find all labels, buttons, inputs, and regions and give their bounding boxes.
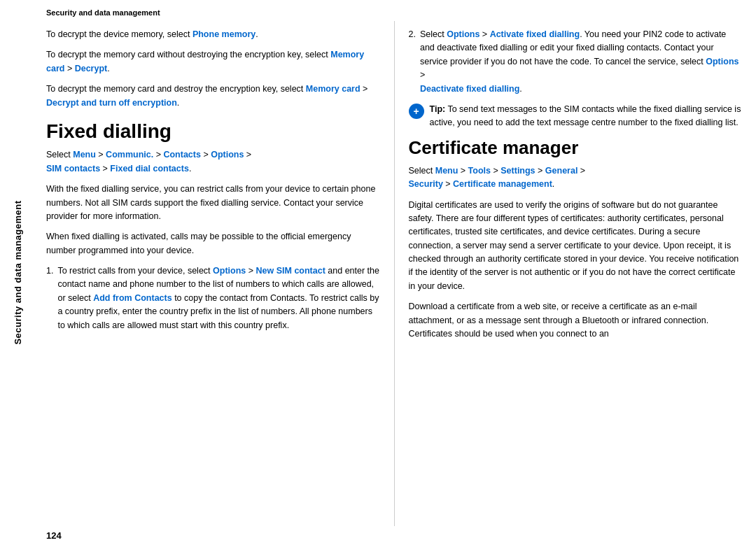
columns-wrapper: To decrypt the device memory, select Pho…	[35, 21, 756, 526]
nav-sim[interactable]: SIM contacts	[46, 164, 100, 174]
cert-nav-settings[interactable]: Settings	[500, 166, 535, 176]
list-item2-options2[interactable]: Options	[706, 57, 738, 66]
fixed-desc2: When fixed dialling is activated, calls …	[46, 230, 380, 257]
tip-icon: +	[409, 104, 424, 119]
list-item-1-text: To restrict calls from your device, sele…	[57, 264, 379, 332]
fixed-dialling-nav: Select Menu > Communic. > Contacts > Opt…	[46, 148, 380, 176]
sidebar-label: Security and data management	[13, 200, 23, 344]
list-item1-new-sim[interactable]: New SIM contact	[256, 266, 326, 276]
left-para2-start: To decrypt the memory card without destr…	[46, 50, 330, 59]
nav-fixed[interactable]: Fixed dial contacts	[110, 164, 189, 174]
right-dialling-list: 2. Select Options > Activate fixed diall…	[409, 28, 743, 96]
nav-gt4: >	[244, 150, 251, 160]
left-para3-link1[interactable]: Memory card	[306, 84, 360, 94]
nav-gt1: >	[96, 150, 106, 160]
list-item-1: 1. To restrict calls from your device, s…	[46, 264, 380, 332]
tip-text: Tip: To send text messages to the SIM co…	[430, 103, 743, 130]
list-item2-activate[interactable]: Activate fixed dialling	[490, 29, 580, 39]
nav-gt5: >	[100, 164, 110, 174]
header-title: Security and data management	[46, 8, 160, 17]
list-item2-deactivate[interactable]: Deactivate fixed dialling	[420, 84, 519, 94]
tip-label: Tip:	[430, 104, 446, 114]
left-para2-arrow: >	[64, 64, 74, 73]
cert-manager-nav: Select Menu > Tools > Settings > General…	[409, 164, 743, 192]
right-column: 2. Select Options > Activate fixed diall…	[395, 21, 757, 526]
nav-start: Select	[46, 150, 73, 160]
page-container: Security and data management Security an…	[0, 0, 756, 545]
cert-nav-certmgmt[interactable]: Certificate management	[453, 179, 552, 189]
nav-gt3: >	[201, 150, 211, 160]
tip-content: To send text messages to the SIM contact…	[430, 104, 741, 127]
cert-nav-menu[interactable]: Menu	[435, 166, 458, 176]
left-para3-start: To decrypt the memory card and destroy t…	[46, 84, 306, 94]
list-num-2: 2.	[409, 28, 416, 96]
page-footer: 124	[35, 526, 756, 545]
nav-menu[interactable]: Menu	[73, 150, 96, 160]
list-item2-options[interactable]: Options	[447, 29, 479, 39]
list-num-1: 1.	[46, 264, 53, 332]
left-para2-end: .	[107, 64, 109, 73]
list-item-2: 2. Select Options > Activate fixed diall…	[409, 28, 743, 96]
tip-box: + Tip: To send text messages to the SIM …	[409, 103, 743, 130]
cert-desc2: Download a certificate from a web site, …	[409, 300, 743, 341]
nav-communic[interactable]: Communic.	[106, 150, 153, 160]
left-para2-link2[interactable]: Decrypt	[75, 64, 108, 73]
main-content: Security and data management To decrypt …	[35, 0, 756, 545]
left-para3-arrow: >	[360, 84, 368, 94]
sidebar: Security and data management	[0, 0, 35, 545]
page-header: Security and data management	[35, 0, 756, 21]
left-para2: To decrypt the memory card without destr…	[46, 48, 380, 76]
left-para3-end: .	[177, 98, 179, 108]
nav-contacts[interactable]: Contacts	[163, 150, 200, 160]
left-para1-link[interactable]: Phone memory	[192, 29, 255, 39]
cert-desc1: Digital certificates are used to verify …	[409, 199, 743, 294]
nav-gt2: >	[153, 150, 163, 160]
list-item1-add-contacts[interactable]: Add from Contacts	[93, 293, 172, 303]
left-para3-link2[interactable]: Decrypt and turn off encryption	[46, 98, 177, 108]
left-para1: To decrypt the device memory, select Pho…	[46, 28, 380, 41]
cert-nav-tools[interactable]: Tools	[468, 166, 491, 176]
left-column: To decrypt the device memory, select Pho…	[35, 21, 395, 526]
page-number: 124	[46, 530, 62, 541]
nav-options[interactable]: Options	[211, 150, 244, 160]
fixed-dialling-heading: Fixed dialling	[46, 120, 380, 143]
cert-manager-heading: Certificate manager	[409, 137, 743, 159]
cert-nav-security[interactable]: Security	[409, 179, 443, 189]
fixed-desc1: With the fixed dialling service, you can…	[46, 183, 380, 223]
left-para1-text: To decrypt the device memory, select	[46, 29, 192, 39]
left-para1-end: .	[255, 29, 258, 39]
nav-end: .	[189, 164, 191, 174]
left-para3: To decrypt the memory card and destroy t…	[46, 83, 380, 110]
list-item1-options[interactable]: Options	[213, 266, 246, 276]
fixed-dialling-list: 1. To restrict calls from your device, s…	[46, 264, 380, 332]
list-item-2-text: Select Options > Activate fixed dialling…	[420, 28, 742, 96]
cert-nav-general[interactable]: General	[545, 166, 578, 176]
